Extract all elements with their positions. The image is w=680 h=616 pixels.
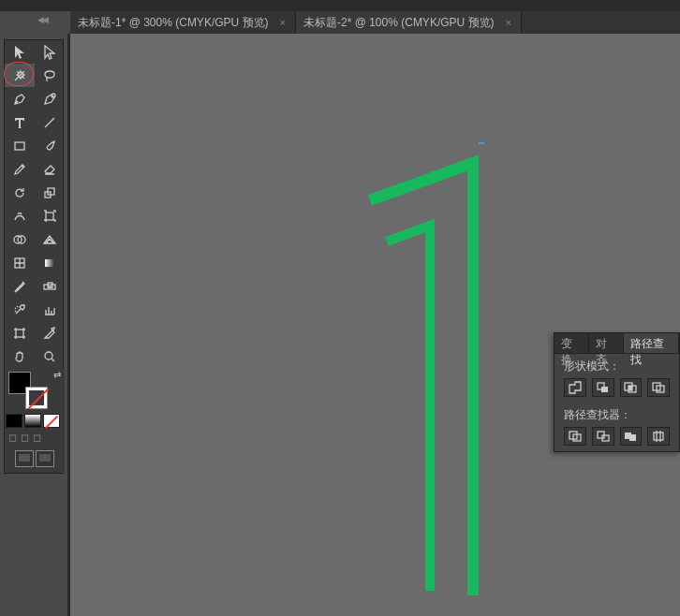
canvas-area[interactable] bbox=[70, 34, 680, 616]
blend-tool[interactable] bbox=[35, 274, 65, 298]
close-icon[interactable]: × bbox=[504, 17, 513, 28]
document-tab-2-label: 未标题-2* @ 100% (CMYK/GPU 预览) bbox=[303, 15, 495, 31]
pen-tool[interactable] bbox=[5, 87, 35, 110]
document-tab-1-label: 未标题-1* @ 300% (CMYK/GPU 预览) bbox=[78, 15, 269, 31]
intersect-button[interactable] bbox=[620, 378, 643, 397]
svg-point-13 bbox=[45, 352, 52, 359]
pencil-tool[interactable] bbox=[5, 157, 35, 181]
pathfinder-buttons bbox=[554, 425, 679, 451]
color-mode-none[interactable] bbox=[43, 414, 60, 428]
document-tabstrip: 未标题-1* @ 300% (CMYK/GPU 预览) × 未标题-2* @ 1… bbox=[70, 11, 680, 34]
perspective-grid-tool[interactable] bbox=[35, 227, 65, 251]
color-mode-solid[interactable] bbox=[6, 414, 22, 428]
svg-point-0 bbox=[52, 94, 55, 97]
eyedropper-tool[interactable] bbox=[5, 274, 35, 298]
svg-rect-27 bbox=[629, 434, 636, 441]
color-mode-row bbox=[5, 413, 65, 430]
svg-rect-19 bbox=[628, 386, 632, 390]
stroke-swatch[interactable] bbox=[25, 387, 48, 409]
shape-mode-label: 形状模式： bbox=[554, 354, 679, 376]
draw-normal-icon[interactable]: ◻ bbox=[8, 432, 17, 444]
eraser-tool[interactable] bbox=[35, 157, 65, 181]
document-tab-1[interactable]: 未标题-1* @ 300% (CMYK/GPU 预览) × bbox=[70, 11, 296, 34]
collapse-toolbox-icon[interactable]: ◀◀ bbox=[37, 15, 47, 24]
type-tool[interactable] bbox=[5, 110, 35, 134]
screen-mode-button[interactable] bbox=[5, 445, 65, 473]
scale-tool[interactable] bbox=[35, 181, 65, 204]
swap-fill-stroke-icon[interactable]: ⇄ bbox=[53, 370, 61, 380]
merge-button[interactable] bbox=[620, 427, 643, 446]
free-transform-tool[interactable] bbox=[35, 204, 65, 227]
fill-stroke-control[interactable]: ⇄ bbox=[5, 368, 65, 413]
pathfinder-panel[interactable]: 变换 对齐 路径查找 形状模式： 路径查找器： bbox=[554, 332, 680, 452]
line-segment-tool[interactable] bbox=[35, 110, 65, 134]
panel-tabstrip: 变换 对齐 路径查找 bbox=[554, 333, 679, 354]
svg-rect-14 bbox=[479, 142, 484, 144]
close-icon[interactable]: × bbox=[278, 17, 288, 28]
svg-rect-1 bbox=[15, 142, 24, 150]
magic-wand-tool[interactable] bbox=[5, 64, 35, 87]
panel-tab-transform[interactable]: 变换 bbox=[554, 333, 589, 353]
svg-rect-4 bbox=[46, 213, 53, 220]
crop-button[interactable] bbox=[647, 427, 670, 446]
draw-mode-row: ◻ ◻ ◻ bbox=[5, 430, 65, 445]
application-topbar bbox=[0, 0, 680, 11]
draw-inside-icon[interactable]: ◻ bbox=[33, 432, 41, 444]
trim-button[interactable] bbox=[592, 427, 614, 446]
shape-builder-tool[interactable] bbox=[5, 227, 35, 251]
lasso-tool[interactable] bbox=[35, 64, 65, 87]
shape-mode-buttons bbox=[554, 376, 679, 403]
column-graph-tool[interactable] bbox=[35, 298, 65, 321]
rotate-tool[interactable] bbox=[5, 181, 35, 204]
width-tool[interactable] bbox=[5, 204, 35, 227]
minus-front-button[interactable] bbox=[592, 378, 614, 397]
direct-selection-tool[interactable] bbox=[35, 40, 65, 64]
zoom-tool[interactable] bbox=[35, 345, 65, 368]
divide-button[interactable] bbox=[564, 427, 586, 446]
draw-behind-icon[interactable]: ◻ bbox=[21, 432, 29, 444]
symbol-sprayer-tool[interactable] bbox=[5, 298, 35, 321]
svg-rect-8 bbox=[45, 259, 54, 267]
slice-tool[interactable] bbox=[35, 321, 65, 345]
pathfinder-label: 路径查找器： bbox=[554, 403, 679, 425]
panel-tab-align[interactable]: 对齐 bbox=[589, 333, 624, 353]
document-tab-2[interactable]: 未标题-2* @ 100% (CMYK/GPU 预览) × bbox=[296, 11, 522, 34]
svg-rect-16 bbox=[601, 387, 608, 392]
mesh-tool[interactable] bbox=[5, 251, 35, 274]
unite-button[interactable] bbox=[564, 378, 586, 397]
panel-tab-pathfinder[interactable]: 路径查找 bbox=[624, 333, 679, 353]
curvature-tool[interactable] bbox=[35, 87, 65, 110]
color-mode-gradient[interactable] bbox=[24, 414, 41, 428]
hand-tool[interactable] bbox=[5, 345, 35, 368]
artboard-tool[interactable] bbox=[5, 321, 35, 345]
paintbrush-tool[interactable] bbox=[35, 134, 65, 157]
svg-rect-12 bbox=[16, 330, 23, 337]
rectangle-tool[interactable] bbox=[5, 134, 35, 157]
svg-rect-28 bbox=[654, 433, 663, 440]
toolbox: ⇄ ◻ ◻ ◻ bbox=[4, 39, 64, 474]
exclude-button[interactable] bbox=[647, 378, 670, 397]
gradient-tool[interactable] bbox=[35, 251, 65, 274]
selection-tool[interactable] bbox=[5, 40, 35, 64]
artwork-svg bbox=[70, 34, 680, 616]
